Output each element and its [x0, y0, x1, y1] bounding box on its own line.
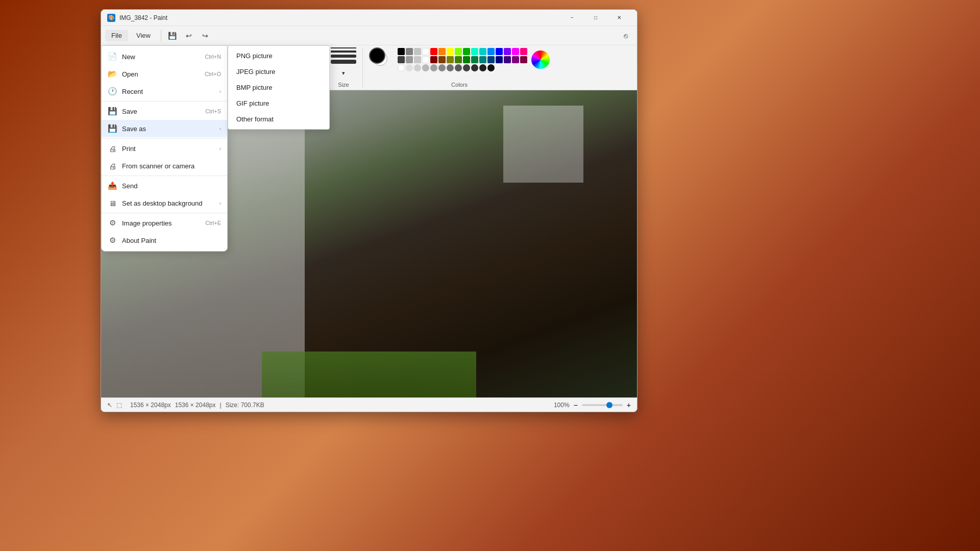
color-yellow[interactable]: [447, 48, 454, 55]
saveas-png[interactable]: PNG picture: [228, 48, 329, 64]
color-magenta[interactable]: [512, 48, 519, 55]
color-forest[interactable]: [463, 56, 470, 63]
menu-about[interactable]: ⚙ About Paint: [102, 232, 227, 249]
color-darkmagenta[interactable]: [512, 56, 519, 63]
about-label: About Paint: [122, 237, 221, 244]
zoom-percent: 100%: [554, 402, 570, 409]
zoom-out-button[interactable]: −: [574, 401, 578, 409]
color-teal[interactable]: [471, 48, 478, 55]
saveas-other[interactable]: Other format: [228, 111, 329, 127]
color-r3-8[interactable]: [455, 64, 462, 71]
color-lime[interactable]: [455, 48, 462, 55]
size-dropdown[interactable]: ▾: [336, 66, 351, 80]
color-cyan[interactable]: [479, 48, 486, 55]
view-menu-button[interactable]: View: [130, 30, 157, 41]
minimize-button[interactable]: −: [560, 10, 584, 26]
title-bar: 🎨 IMG_3842 - Paint − □ ✕: [101, 10, 637, 26]
zoom-in-button[interactable]: +: [627, 401, 631, 409]
menu-scanner[interactable]: 🖨 From scanner or camera: [102, 157, 227, 174]
menu-divider-1: [102, 101, 227, 102]
imgprops-icon: ⚙: [108, 218, 117, 228]
menu-print[interactable]: 🖨 Print ›: [102, 140, 227, 157]
gif-label: GIF picture: [236, 99, 269, 107]
color-r3-6[interactable]: [438, 64, 446, 71]
menu-desktop[interactable]: 🖥 Set as desktop background ›: [102, 194, 227, 212]
ribbon-colors-section: Colors: [367, 47, 556, 88]
color-orange[interactable]: [438, 48, 446, 55]
menu-saveas[interactable]: 💾 Save as ›: [102, 120, 227, 137]
status-left: ↖ ⬚ 1536 × 2048px 1536 × 2048px | Size: …: [107, 402, 264, 409]
color-r3-12[interactable]: [487, 64, 495, 71]
color-r3-7[interactable]: [447, 64, 454, 71]
color-white2[interactable]: [422, 56, 429, 63]
color-darkcyan[interactable]: [479, 56, 486, 63]
color-darkrose[interactable]: [520, 56, 527, 63]
zoom-slider[interactable]: [582, 404, 623, 406]
send-label: Send: [122, 182, 221, 190]
color-darkgreen[interactable]: [455, 56, 462, 63]
menu-divider-2: [102, 138, 227, 139]
menu-open[interactable]: 📂 Open Ctrl+O: [102, 65, 227, 83]
saveas-gif[interactable]: GIF picture: [228, 95, 329, 111]
ribbon-size-section: ▾ Size: [329, 47, 363, 88]
color-r3-5[interactable]: [430, 64, 437, 71]
color-azure[interactable]: [487, 48, 495, 55]
saveas-jpeg[interactable]: JPEG picture: [228, 64, 329, 80]
color-emerald[interactable]: [471, 56, 478, 63]
print-icon: 🖨: [108, 144, 117, 153]
menu-new[interactable]: 📄 New Ctrl+N: [102, 48, 227, 65]
bmp-label: BMP picture: [236, 84, 273, 91]
color-r3-3[interactable]: [414, 64, 421, 71]
color-brown[interactable]: [438, 56, 446, 63]
color-green[interactable]: [463, 48, 470, 55]
new-label: New: [122, 53, 200, 61]
color-r3-11[interactable]: [479, 64, 486, 71]
color-blue[interactable]: [496, 48, 503, 55]
open-label: Open: [122, 70, 200, 78]
color-black[interactable]: [398, 48, 405, 55]
color-darkred[interactable]: [430, 56, 437, 63]
color-navy[interactable]: [487, 56, 495, 63]
color-r3-1[interactable]: [398, 64, 405, 71]
color-darkgray[interactable]: [398, 56, 405, 63]
color-r3-9[interactable]: [463, 64, 470, 71]
color-wheel[interactable]: [531, 51, 550, 69]
color-indigo[interactable]: [504, 56, 511, 63]
color-red[interactable]: [430, 48, 437, 55]
save-disk-button[interactable]: 💾: [165, 29, 180, 43]
undo-button[interactable]: ↩: [182, 29, 196, 43]
close-button[interactable]: ✕: [607, 10, 631, 26]
maximize-button[interactable]: □: [584, 10, 607, 26]
file-menu-button[interactable]: File: [105, 30, 128, 41]
menu-send[interactable]: 📤 Send: [102, 177, 227, 194]
color-r3-10[interactable]: [471, 64, 478, 71]
imgprops-shortcut: Ctrl+E: [205, 220, 221, 226]
file-menu-dropdown: 📄 New Ctrl+N 📂 Open Ctrl+O 🕐 Recent › 💾 …: [101, 45, 228, 252]
menu-separator: [161, 30, 161, 42]
redo-button[interactable]: ↪: [198, 29, 212, 43]
select-icon: ⬚: [116, 402, 122, 409]
fg-color[interactable]: [369, 47, 385, 64]
color-r3-4[interactable]: [422, 64, 429, 71]
color-r3-2[interactable]: [406, 64, 413, 71]
menu-recent[interactable]: 🕐 Recent ›: [102, 83, 227, 100]
color-darkblue[interactable]: [496, 56, 503, 63]
window-controls: − □ ✕: [560, 10, 631, 26]
recent-arrow: ›: [219, 89, 221, 94]
saveas-bmp[interactable]: BMP picture: [228, 80, 329, 95]
color-olive[interactable]: [447, 56, 454, 63]
color-white[interactable]: [422, 48, 429, 55]
paint-window: 🎨 IMG_3842 - Paint − □ ✕ File View 💾 ↩ ↪…: [101, 9, 638, 412]
status-bar: ↖ ⬚ 1536 × 2048px 1536 × 2048px | Size: …: [101, 397, 637, 412]
about-icon: ⚙: [108, 236, 117, 245]
color-rose[interactable]: [520, 48, 527, 55]
color-lightgray[interactable]: [414, 48, 421, 55]
bg-building-right: [503, 106, 584, 183]
color-purple[interactable]: [504, 48, 511, 55]
color-palegray[interactable]: [414, 56, 421, 63]
share-button[interactable]: ⎋: [619, 29, 633, 43]
menu-imgprops[interactable]: ⚙ Image properties Ctrl+E: [102, 214, 227, 232]
menu-save[interactable]: 💾 Save Ctrl+S: [102, 103, 227, 120]
color-gray[interactable]: [406, 48, 413, 55]
color-midgray[interactable]: [406, 56, 413, 63]
